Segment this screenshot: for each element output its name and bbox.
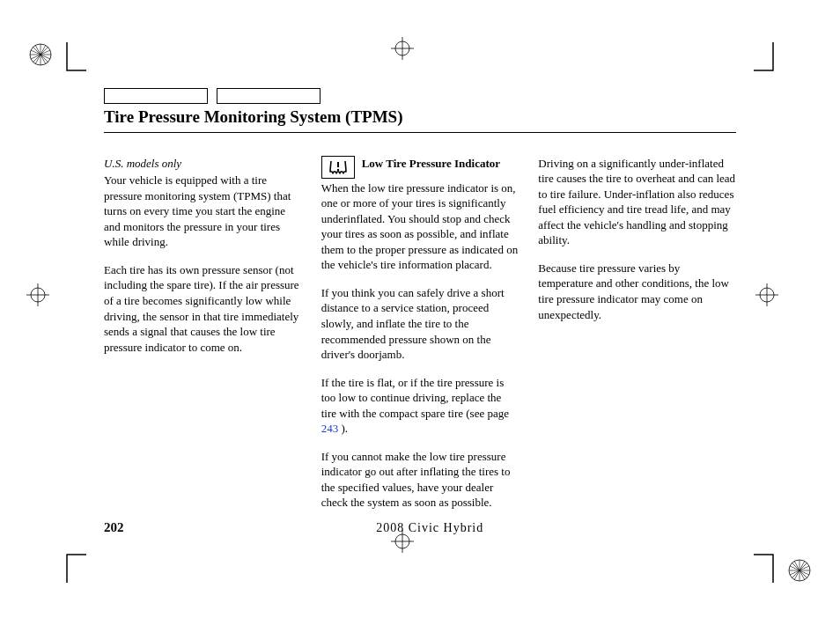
- page-number: 202: [104, 518, 124, 536]
- crop-mark-top-right: [754, 35, 815, 97]
- crop-mark-left-center: [25, 282, 86, 343]
- page-title: Tire Pressure Monitoring System (TPMS): [104, 106, 736, 133]
- header-box: [104, 88, 208, 104]
- page-content: Tire Pressure Monitoring System (TPMS) U…: [104, 88, 736, 537]
- indicator-subheading: Low Tire Pressure Indicator: [362, 156, 500, 172]
- footer-model: 2008 Civic Hybrid: [124, 520, 737, 537]
- page-reference-link[interactable]: 243: [321, 422, 339, 435]
- paragraph-text: ).: [338, 422, 348, 435]
- body-paragraph: Because tire pressure varies by temperat…: [538, 261, 736, 322]
- body-paragraph: Driving on a significantly under-inflate…: [538, 156, 736, 248]
- header-placeholder-boxes: [104, 88, 736, 104]
- paragraph-text: If the tire is flat, or if the tire pres…: [321, 376, 509, 420]
- body-paragraph: Your vehicle is equipped with a tire pre…: [104, 173, 302, 250]
- body-paragraph: If the tire is flat, or if the tire pres…: [321, 375, 519, 437]
- models-note: U.S. models only: [104, 156, 302, 172]
- column-1: U.S. models only Your vehicle is equippe…: [104, 156, 302, 523]
- body-paragraph: If you cannot make the low tire pressure…: [321, 449, 519, 511]
- crop-mark-top-left: [25, 35, 86, 97]
- body-columns: U.S. models only Your vehicle is equippe…: [104, 156, 736, 523]
- body-paragraph: Each tire has its own pressure sensor (n…: [104, 262, 302, 355]
- low-tire-pressure-icon: [321, 156, 355, 179]
- column-2: Low Tire Pressure Indicator When the low…: [321, 156, 519, 523]
- header-box: [217, 88, 321, 104]
- svg-point-31: [336, 168, 338, 170]
- crop-mark-right-center: [754, 282, 815, 343]
- body-paragraph: When the low tire pressure indicator is …: [321, 180, 519, 273]
- indicator-heading-row: Low Tire Pressure Indicator: [321, 156, 519, 179]
- crop-mark-bottom-left: [25, 528, 86, 590]
- column-3: Driving on a significantly under-inflate…: [538, 156, 736, 523]
- page-footer: 202 2008 Civic Hybrid: [104, 518, 736, 537]
- crop-mark-bottom-right: [754, 528, 815, 590]
- body-paragraph: If you think you can safely drive a shor…: [321, 285, 519, 363]
- crop-mark-bottom-center: [389, 528, 451, 590]
